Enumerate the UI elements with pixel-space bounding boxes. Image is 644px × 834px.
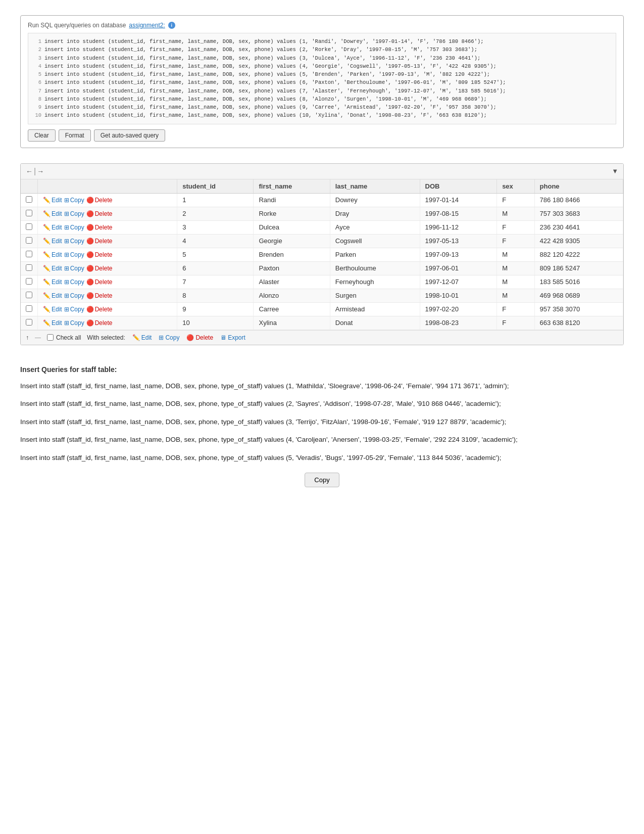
edit-link[interactable]: ✏️ Edit	[43, 210, 62, 217]
delete-link[interactable]: 🔴 Delete	[86, 265, 113, 272]
copy-link[interactable]: ⊞ Copy	[64, 292, 84, 299]
footer-export-link[interactable]: 🖥 Export	[220, 334, 245, 341]
table-row: ✏️ Edit ⊞ Copy 🔴 Delete 4 Georgie Cogswe…	[21, 234, 623, 248]
col-dob[interactable]: DOB	[420, 179, 497, 194]
delete-link[interactable]: 🔴 Delete	[86, 210, 113, 217]
edit-link[interactable]: ✏️ Edit	[43, 197, 62, 204]
row-checkbox[interactable]	[26, 210, 32, 216]
forward-arrow-icon[interactable]: →	[37, 167, 44, 175]
table-row: ✏️ Edit ⊞ Copy 🔴 Delete 7 Alaster Ferney…	[21, 275, 623, 289]
with-selected-label: With selected:	[87, 334, 125, 341]
copy-button-large[interactable]: Copy	[305, 473, 339, 487]
copy-link[interactable]: ⊞ Copy	[64, 197, 84, 204]
col-phone[interactable]: phone	[534, 179, 623, 194]
col-checkbox	[21, 179, 38, 194]
table-row: ✏️ Edit ⊞ Copy 🔴 Delete 2 Rorke Dray 199…	[21, 207, 623, 220]
row-actions: ✏️ Edit ⊞ Copy 🔴 Delete	[43, 319, 172, 327]
edit-link[interactable]: ✏️ Edit	[43, 279, 62, 286]
cell-dob: 1997-06-01	[420, 261, 497, 275]
edit-link[interactable]: ✏️ Edit	[43, 251, 62, 258]
copy-link[interactable]: ⊞ Copy	[64, 238, 84, 245]
delete-link[interactable]: 🔴 Delete	[86, 279, 113, 286]
row-checkbox-cell	[21, 302, 38, 316]
row-checkbox[interactable]	[26, 292, 32, 298]
cell-dob: 1997-08-15	[420, 207, 497, 220]
cell-last-name: Surgen	[330, 289, 420, 302]
delete-link[interactable]: 🔴 Delete	[86, 319, 113, 327]
cell-first-name: Randi	[254, 193, 330, 207]
footer-separator-line: —	[35, 334, 41, 341]
cell-student-id: 4	[177, 234, 254, 248]
row-checkbox[interactable]	[26, 319, 32, 326]
row-checkbox-cell	[21, 207, 38, 220]
footer-copy-icon: ⊞	[159, 334, 164, 341]
delete-link[interactable]: 🔴 Delete	[86, 238, 113, 245]
nav-arrows[interactable]: ← | →	[26, 167, 44, 176]
table-row: ✏️ Edit ⊞ Copy 🔴 Delete 5 Brenden Parken…	[21, 248, 623, 261]
copy-link[interactable]: ⊞ Copy	[64, 319, 84, 327]
cell-student-id: 2	[177, 207, 254, 220]
col-first-name[interactable]: first_name	[254, 179, 330, 194]
insert-query-block: Insert into staff (staff_id, first_name,…	[20, 398, 624, 409]
cell-first-name: Georgie	[254, 234, 330, 248]
edit-link[interactable]: ✏️ Edit	[43, 238, 62, 245]
row-actions: ✏️ Edit ⊞ Copy 🔴 Delete	[43, 292, 172, 299]
row-checkbox-cell	[21, 261, 38, 275]
row-checkbox[interactable]	[26, 223, 32, 230]
footer-copy-link[interactable]: ⊞ Copy	[159, 334, 179, 341]
delete-link[interactable]: 🔴 Delete	[86, 224, 113, 231]
table-row: ✏️ Edit ⊞ Copy 🔴 Delete 8 Alonzo Surgen …	[21, 289, 623, 302]
cell-first-name: Xylina	[254, 316, 330, 330]
row-checkbox[interactable]	[26, 305, 32, 312]
row-checkbox[interactable]	[26, 251, 32, 257]
row-checkbox[interactable]	[26, 196, 32, 203]
clear-button[interactable]: Clear	[28, 129, 56, 142]
copy-link[interactable]: ⊞ Copy	[64, 210, 84, 217]
edit-icon: ✏️	[43, 265, 51, 272]
footer-edit-link[interactable]: ✏️ Edit	[132, 334, 152, 341]
row-actions: ✏️ Edit ⊞ Copy 🔴 Delete	[43, 251, 172, 258]
footer-delete-link[interactable]: 🔴 Delete	[186, 334, 213, 341]
cell-last-name: Dowrey	[330, 193, 420, 207]
insert-queries-section: Insert Queries for staff table: Insert i…	[20, 360, 624, 492]
cell-student-id: 5	[177, 248, 254, 261]
auto-saved-button[interactable]: Get auto-saved query	[94, 129, 165, 142]
cell-student-id: 7	[177, 275, 254, 289]
toolbar-separator: |	[34, 167, 36, 176]
edit-link[interactable]: ✏️ Edit	[43, 306, 62, 313]
copy-link[interactable]: ⊞ Copy	[64, 224, 84, 231]
copy-link[interactable]: ⊞ Copy	[64, 279, 84, 286]
row-checkbox[interactable]	[26, 278, 32, 285]
table-row: ✏️ Edit ⊞ Copy 🔴 Delete 1 Randi Dowrey 1…	[21, 193, 623, 207]
edit-link[interactable]: ✏️ Edit	[43, 265, 62, 272]
back-arrow-icon[interactable]: ←	[26, 167, 33, 175]
cell-last-name: Armistead	[330, 302, 420, 316]
filter-icon[interactable]: ▼	[612, 167, 618, 175]
section-heading: Insert Queries for staff table:	[20, 365, 624, 374]
row-checkbox-cell	[21, 220, 38, 234]
delete-link[interactable]: 🔴 Delete	[86, 292, 113, 299]
row-actions: ✏️ Edit ⊞ Copy 🔴 Delete	[43, 306, 172, 313]
edit-link[interactable]: ✏️ Edit	[43, 292, 62, 299]
col-last-name[interactable]: last_name	[330, 179, 420, 194]
edit-link[interactable]: ✏️ Edit	[43, 319, 62, 327]
row-checkbox[interactable]	[26, 264, 32, 271]
edit-link[interactable]: ✏️ Edit	[43, 224, 62, 231]
cell-phone: 882 120 4222	[534, 248, 623, 261]
sql-code-editor[interactable]: 1insert into student (student_id, first_…	[28, 33, 616, 124]
format-button[interactable]: Format	[59, 129, 91, 142]
copy-link[interactable]: ⊞ Copy	[64, 265, 84, 272]
copy-link[interactable]: ⊞ Copy	[64, 251, 84, 258]
check-all-container: Check all	[47, 334, 81, 341]
sql-panel-title: Run SQL query/queries on database	[28, 22, 126, 29]
check-all-checkbox[interactable]	[47, 334, 54, 341]
delete-link[interactable]: 🔴 Delete	[86, 251, 113, 258]
col-student-id[interactable]: student_id	[177, 179, 254, 194]
row-checkbox[interactable]	[26, 237, 32, 244]
delete-link[interactable]: 🔴 Delete	[86, 306, 113, 313]
delete-icon: 🔴	[86, 292, 94, 299]
delete-link[interactable]: 🔴 Delete	[86, 197, 113, 204]
copy-link[interactable]: ⊞ Copy	[64, 306, 84, 313]
col-sex[interactable]: sex	[497, 179, 534, 194]
db-name-link[interactable]: assignment2:	[129, 22, 165, 29]
